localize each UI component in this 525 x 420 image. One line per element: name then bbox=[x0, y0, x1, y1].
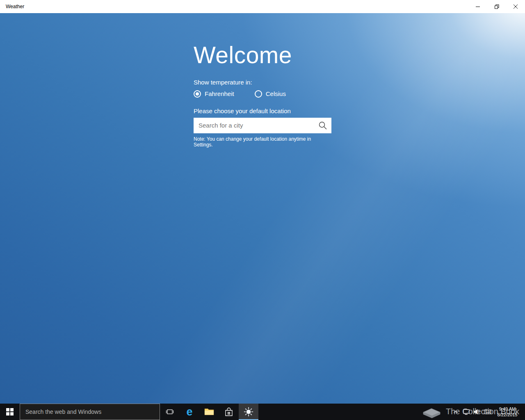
taskbar-search[interactable] bbox=[20, 404, 160, 420]
restore-button[interactable] bbox=[487, 0, 506, 13]
weather-app-button[interactable] bbox=[239, 404, 258, 420]
welcome-panel: Welcome Show temperature in: Fahrenheit … bbox=[194, 42, 331, 148]
close-button[interactable] bbox=[506, 0, 525, 13]
restore-icon bbox=[495, 5, 499, 9]
edge-icon: e bbox=[186, 406, 192, 418]
minimize-button[interactable] bbox=[468, 0, 487, 13]
store-bag-icon bbox=[224, 407, 233, 417]
touch-keyboard-button[interactable] bbox=[482, 404, 493, 420]
radio-fahrenheit[interactable]: Fahrenheit bbox=[194, 90, 234, 98]
clock-date: 8/22/2015 bbox=[495, 412, 520, 418]
touch-keyboard-icon bbox=[484, 409, 491, 415]
city-search-button[interactable] bbox=[314, 118, 331, 133]
network-button[interactable] bbox=[461, 404, 472, 420]
windows-logo-icon bbox=[6, 408, 14, 415]
radio-celsius-label: Celsius bbox=[266, 90, 286, 97]
weather-app-canvas: Welcome Show temperature in: Fahrenheit … bbox=[0, 13, 525, 404]
file-explorer-button[interactable] bbox=[199, 404, 219, 420]
city-search-field bbox=[194, 118, 331, 133]
minimize-icon bbox=[476, 5, 480, 9]
welcome-heading: Welcome bbox=[194, 42, 331, 69]
unit-radio-group: Fahrenheit Celsius bbox=[194, 90, 331, 98]
start-button[interactable] bbox=[0, 404, 20, 420]
speaker-icon bbox=[473, 409, 481, 415]
store-button[interactable] bbox=[219, 404, 239, 420]
radio-fahrenheit-label: Fahrenheit bbox=[205, 90, 234, 97]
chevron-up-icon bbox=[453, 410, 458, 413]
taskbar: e bbox=[0, 404, 525, 420]
volume-button[interactable] bbox=[472, 404, 482, 420]
search-icon bbox=[318, 121, 328, 130]
location-label: Please choose your default location bbox=[194, 107, 331, 114]
window-title: Weather bbox=[0, 4, 24, 9]
title-bar: Weather bbox=[0, 0, 525, 13]
radio-fahrenheit-circle[interactable] bbox=[194, 90, 201, 98]
system-tray: 9:49 AM 8/22/2015 bbox=[450, 404, 525, 420]
tray-overflow-button[interactable] bbox=[450, 404, 461, 420]
taskbar-search-input[interactable] bbox=[20, 404, 160, 420]
radio-celsius[interactable]: Celsius bbox=[255, 90, 286, 98]
network-icon bbox=[463, 409, 470, 415]
screen: Weather Welcome Show temperature in: bbox=[0, 0, 525, 420]
clock-time: 9:49 AM bbox=[495, 406, 520, 412]
folder-icon bbox=[204, 408, 214, 416]
task-view-button[interactable] bbox=[160, 404, 180, 420]
radio-celsius-circle[interactable] bbox=[255, 90, 262, 98]
settings-note: Note: You can change your default locati… bbox=[194, 136, 331, 148]
close-icon bbox=[514, 5, 518, 9]
task-view-icon bbox=[165, 408, 174, 416]
window-controls bbox=[468, 0, 525, 13]
temperature-label: Show temperature in: bbox=[194, 79, 331, 86]
sun-icon bbox=[244, 407, 253, 417]
edge-button[interactable]: e bbox=[180, 404, 199, 420]
city-search-input[interactable] bbox=[194, 118, 314, 133]
clock[interactable]: 9:49 AM 8/22/2015 bbox=[493, 406, 522, 418]
